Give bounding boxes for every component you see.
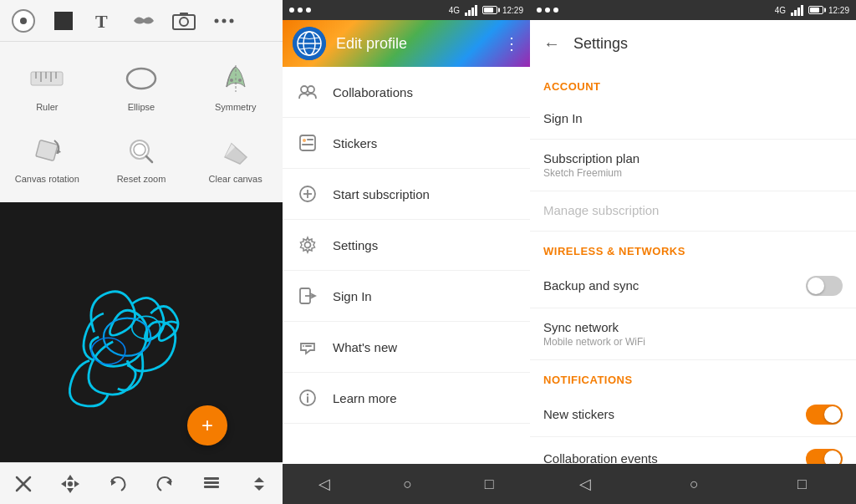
settings-header: ← Settings — [530, 20, 856, 67]
settings-content: Account Sign In Subscription plan Sketch… — [530, 67, 856, 464]
sign-in-setting[interactable]: Sign In — [530, 99, 856, 140]
right-back-nav-icon[interactable]: ◁ — [563, 468, 608, 500]
square-tool[interactable] — [48, 6, 79, 36]
svg-rect-36 — [204, 477, 219, 480]
svg-rect-3 — [180, 13, 188, 16]
right-nav-bar: ◁ ○ □ — [530, 464, 856, 504]
svg-point-4 — [215, 18, 219, 23]
svg-point-24 — [91, 338, 125, 364]
manage-subscription-title: Manage subscription — [543, 203, 843, 217]
canvas-area[interactable] — [0, 202, 283, 462]
clear-canvas-tool[interactable]: Clear canvas — [188, 122, 283, 194]
canvas-rotation-tool[interactable]: Canvas rotation — [0, 122, 94, 194]
expand-button[interactable] — [244, 469, 274, 499]
sync-network-title: Sync network — [543, 320, 843, 334]
right-recent-nav-icon[interactable]: □ — [781, 469, 823, 500]
svg-point-59 — [307, 394, 308, 395]
new-stickers-toggle[interactable] — [806, 405, 843, 425]
circle-tool[interactable] — [8, 6, 38, 36]
svg-marker-30 — [74, 481, 79, 487]
svg-point-31 — [68, 481, 73, 486]
new-stickers-title: New stickers — [543, 407, 614, 421]
fab-add-button[interactable]: + — [187, 405, 227, 445]
back-nav-icon[interactable]: ◁ — [302, 468, 347, 500]
svg-point-22 — [104, 318, 150, 356]
svg-text:T: T — [95, 11, 108, 31]
middle-header: Edit profile ⋮ — [283, 20, 530, 67]
menu-item-learn-more[interactable]: Learn more — [283, 373, 530, 424]
account-section: Account Sign In Subscription plan Sketch… — [530, 67, 856, 232]
settings-back-button[interactable]: ← — [543, 34, 560, 53]
profile-avatar — [293, 27, 326, 60]
close-button[interactable] — [8, 469, 38, 499]
svg-rect-48 — [302, 144, 313, 145]
svg-rect-34 — [204, 481, 219, 484]
left-panel: T — [0, 0, 283, 504]
menu-item-sign-in[interactable]: Sign In — [283, 271, 530, 322]
right-home-nav-icon[interactable]: ○ — [673, 469, 716, 500]
undo-button[interactable] — [103, 469, 133, 499]
collaboration-events-toggle[interactable] — [806, 449, 843, 464]
menu-item-stickers[interactable]: Stickers — [283, 118, 530, 169]
middle-signal-icon — [465, 5, 477, 16]
mustache-tool[interactable] — [129, 6, 159, 36]
svg-point-43 — [301, 86, 308, 93]
svg-marker-33 — [166, 479, 171, 486]
svg-rect-56 — [305, 345, 312, 347]
menu-item-settings[interactable]: Settings — [283, 220, 530, 271]
notifications-section: Notifications New stickers Collaboration… — [530, 360, 856, 464]
settings-title: Settings — [573, 35, 628, 53]
svg-marker-32 — [111, 479, 116, 486]
sign-in-setting-title: Sign In — [543, 111, 843, 125]
learn-more-label: Learn more — [333, 391, 397, 405]
sync-network-setting[interactable]: Sync network Mobile network or WiFi — [530, 308, 856, 360]
collaboration-events-setting: Collaboration events — [530, 437, 856, 464]
camera-tool[interactable] — [169, 6, 199, 36]
middle-nav-bar: ◁ ○ □ — [283, 464, 530, 504]
sign-in-label: Sign In — [333, 289, 372, 303]
stickers-icon — [296, 131, 319, 155]
new-stickers-setting: New stickers — [530, 393, 856, 437]
clear-canvas-label: Clear canvas — [209, 174, 262, 184]
middle-status-bar: 4G 12:29 — [283, 0, 530, 20]
svg-point-46 — [303, 139, 306, 142]
sync-network-subtitle: Mobile network or WiFi — [543, 336, 843, 348]
menu-item-start-subscription[interactable]: Start subscription — [283, 169, 530, 220]
start-subscription-label: Start subscription — [333, 187, 430, 201]
reset-zoom-tool[interactable]: Reset zoom — [94, 122, 189, 194]
layers-button[interactable] — [196, 469, 227, 499]
home-nav-icon[interactable]: ○ — [386, 469, 429, 500]
more-options-button[interactable]: ⋮ — [503, 33, 520, 53]
wireless-section-title: Wireless & networks — [530, 232, 856, 264]
svg-rect-47 — [307, 139, 313, 140]
top-toolbar: T — [0, 0, 283, 42]
symmetry-tool[interactable]: Symmetry — [188, 50, 283, 122]
svg-point-15 — [230, 79, 233, 82]
svg-point-6 — [230, 18, 234, 23]
move-tool[interactable] — [55, 469, 85, 499]
svg-marker-29 — [61, 481, 66, 487]
text-tool[interactable]: T — [89, 6, 119, 36]
subscription-plan-subtitle: Sketch Freemium — [543, 167, 843, 179]
subscription-plan-setting[interactable]: Subscription plan Sketch Freemium — [530, 140, 856, 191]
start-subscription-icon — [296, 182, 319, 206]
account-section-title: Account — [530, 67, 856, 99]
canvas-rotation-label: Canvas rotation — [15, 174, 79, 184]
svg-marker-38 — [254, 486, 264, 491]
redo-button[interactable] — [150, 469, 180, 499]
menu-item-whats-new[interactable]: What's new — [283, 322, 530, 373]
ruler-tool[interactable]: Ruler — [0, 50, 94, 122]
more-tools-button[interactable] — [209, 6, 239, 36]
svg-rect-45 — [300, 135, 315, 150]
svg-marker-28 — [67, 488, 74, 493]
ellipse-tool[interactable]: Ellipse — [94, 50, 189, 122]
collaborations-label: Collaborations — [333, 85, 413, 99]
menu-list: Collaborations Stickers — [283, 67, 530, 464]
collaboration-events-title: Collaboration events — [543, 451, 658, 465]
backup-sync-setting: Backup and sync — [530, 264, 856, 308]
svg-point-44 — [308, 86, 314, 93]
ruler-label: Ruler — [36, 102, 58, 112]
menu-item-collaborations[interactable]: Collaborations — [283, 67, 530, 118]
backup-sync-toggle[interactable] — [806, 276, 843, 296]
recent-nav-icon[interactable]: □ — [468, 469, 511, 500]
